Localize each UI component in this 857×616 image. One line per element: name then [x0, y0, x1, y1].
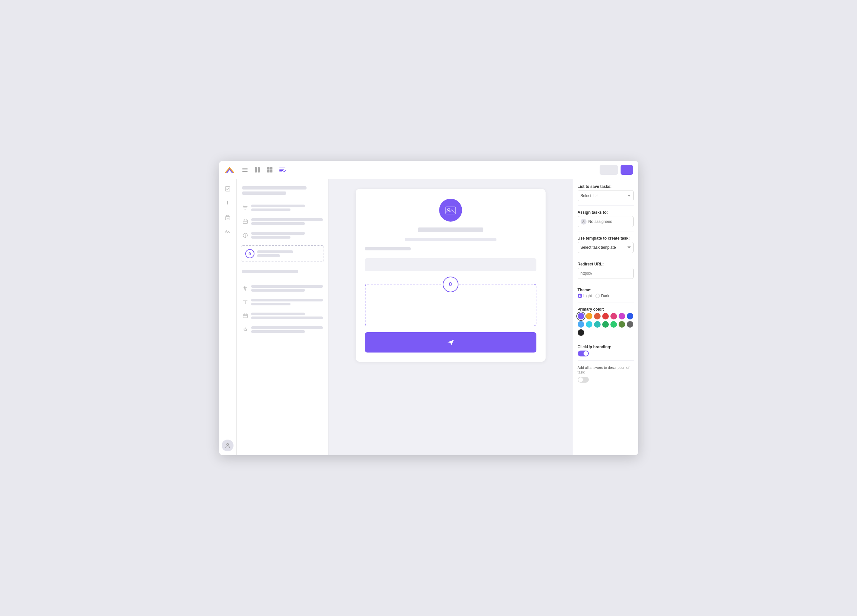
svg-rect-3 [255, 167, 257, 173]
color-green-light[interactable] [610, 321, 617, 327]
template-section: Use template to create task: Select task… [578, 236, 634, 257]
main-content: 0 [219, 179, 638, 455]
color-grey[interactable] [627, 321, 633, 327]
svg-rect-7 [267, 170, 269, 173]
theme-light-label: Light [583, 293, 592, 298]
theme-light-option[interactable]: Light [578, 293, 592, 298]
form-field-drop-area[interactable]: 0 [365, 284, 537, 326]
calendar2-icon [242, 313, 249, 319]
grid-view-icon[interactable] [266, 166, 274, 173]
branding-label: ClickUp branding: [578, 345, 634, 349]
redirect-section: Redirect URL: [578, 262, 634, 283]
list-label: List to save tasks: [578, 184, 634, 189]
color-section: Primary color: [578, 307, 634, 340]
menu-button[interactable] [620, 165, 633, 175]
branding-toggle[interactable] [578, 350, 589, 357]
form-image-icon [439, 199, 462, 222]
app-window: 0 [219, 161, 638, 455]
field-item-star[interactable] [241, 324, 324, 335]
form-card: 0 [356, 189, 546, 362]
color-blue-light[interactable] [578, 321, 584, 327]
field-item-date[interactable] [241, 216, 324, 227]
color-black[interactable] [578, 329, 584, 336]
add-field-icon: 0 [245, 249, 254, 258]
sidebar-pulse-icon[interactable] [222, 226, 234, 238]
calendar-icon [242, 218, 249, 225]
form-fields-panel: 0 [237, 179, 328, 455]
top-bar-right [600, 165, 633, 175]
theme-dark-option[interactable]: Dark [596, 293, 609, 298]
form-title-skeleton [418, 227, 483, 232]
sidebar-check-icon[interactable] [222, 183, 234, 195]
redirect-label: Redirect URL: [578, 262, 634, 266]
share-button[interactable] [600, 165, 618, 175]
desc-section: Add all answers to description of task: [578, 365, 634, 386]
colors-grid [578, 313, 634, 336]
sidebar-inbox-icon[interactable] [222, 212, 234, 224]
list-view-icon[interactable] [241, 166, 249, 173]
svg-rect-0 [242, 168, 248, 168]
branding-toggle-row [578, 350, 634, 357]
form-submit-button[interactable] [365, 332, 537, 352]
svg-rect-13 [243, 220, 247, 224]
form-preview-area: 0 [328, 179, 573, 455]
assign-label: Assign tasks to: [578, 210, 634, 215]
template-select[interactable]: Select task template [578, 242, 634, 253]
svg-point-15 [245, 234, 246, 235]
color-magenta[interactable] [619, 313, 625, 320]
board-view-icon[interactable] [254, 166, 261, 173]
add-field-block[interactable]: 0 [241, 245, 324, 262]
field-item-calendar2[interactable] [241, 310, 324, 321]
field-item-hash[interactable] [241, 283, 324, 293]
color-olive[interactable] [619, 321, 625, 327]
color-red[interactable] [602, 313, 609, 320]
no-assignees-icon [581, 219, 586, 225]
field-item-info[interactable] [241, 230, 324, 241]
color-red-orange[interactable] [594, 313, 600, 320]
desc-toggle-row [578, 377, 634, 383]
svg-rect-9 [225, 187, 230, 191]
sidebar-alert-icon[interactable] [222, 198, 234, 209]
assignees-row[interactable]: No assignees [578, 216, 634, 227]
field-item-list[interactable] [241, 202, 324, 213]
color-pink[interactable] [610, 313, 617, 320]
color-orange[interactable] [586, 313, 592, 320]
svg-rect-8 [270, 170, 272, 173]
theme-options: Light Dark [578, 293, 634, 298]
template-label: Use template to create task: [578, 236, 634, 241]
clickup-logo [224, 165, 235, 175]
form-input-skeleton [365, 258, 537, 271]
color-purple[interactable] [578, 313, 584, 320]
svg-rect-16 [243, 314, 247, 318]
desc-toggle[interactable] [578, 377, 589, 383]
theme-light-radio [578, 293, 582, 298]
left-sidebar [219, 179, 237, 455]
svg-rect-6 [270, 167, 272, 170]
field-drop-icon: 0 [443, 276, 458, 292]
desc-label: Add all answers to description of task: [578, 365, 634, 375]
list-select[interactable]: Select List [578, 190, 634, 201]
redirect-input[interactable] [578, 268, 634, 279]
color-blue-dark[interactable] [627, 313, 633, 320]
branding-section: ClickUp branding: [578, 345, 634, 361]
settings-panel: List to save tasks: Select List Assign t… [573, 179, 638, 455]
color-green-dark[interactable] [602, 321, 609, 327]
hash-icon [242, 285, 249, 292]
color-teal[interactable] [594, 321, 600, 327]
color-label: Primary color: [578, 307, 634, 312]
svg-rect-4 [258, 167, 260, 173]
svg-rect-2 [242, 171, 248, 172]
theme-dark-label: Dark [601, 293, 609, 298]
svg-rect-11 [225, 217, 230, 220]
user-avatar[interactable] [222, 440, 234, 451]
top-nav-icons [241, 166, 286, 173]
form-view-icon[interactable] [279, 166, 286, 173]
star-icon [242, 326, 249, 333]
form-desc-skeleton [405, 238, 497, 241]
field-item-text[interactable] [241, 297, 324, 307]
text-icon [242, 299, 249, 306]
color-cyan[interactable] [586, 321, 592, 327]
top-bar [219, 161, 638, 179]
list-section: List to save tasks: Select List [578, 184, 634, 205]
svg-point-10 [227, 205, 228, 205]
